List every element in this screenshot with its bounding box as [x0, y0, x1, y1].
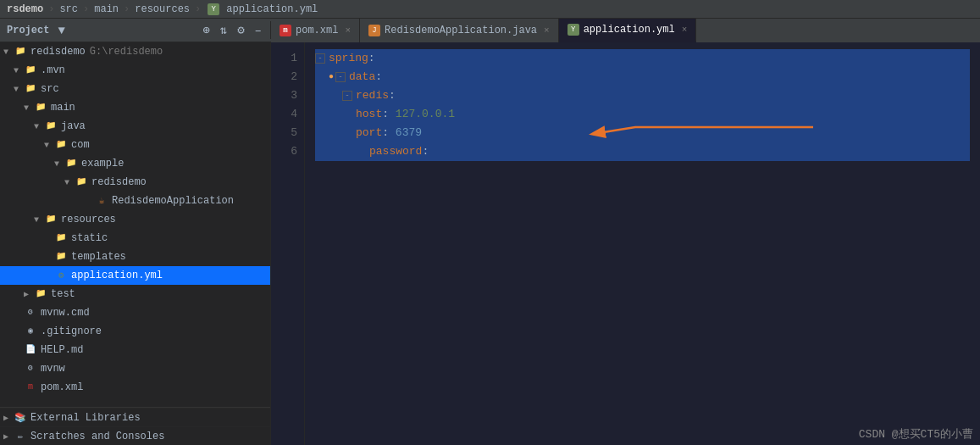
java-icon: J — [368, 25, 380, 36]
tab-pom-label: pom.xml — [296, 25, 338, 36]
key-data: data — [349, 68, 375, 86]
redisdemo-arrow: ▼ — [64, 178, 75, 187]
java-arrow: ▼ — [34, 122, 44, 131]
scratches-and-consoles[interactable]: ▶ ✏ Scratches and Consoles — [0, 426, 270, 445]
tab-yaml[interactable]: Y application.yml × — [559, 19, 697, 42]
toolbar: Project ▼ ⊕ ⇅ ⚙ – m pom.xml × J Redisdem… — [0, 19, 980, 42]
nav-bar: rsdemo › src › main › resources › Y appl… — [0, 0, 980, 19]
gitignore-icon: ◉ — [24, 325, 37, 337]
line-num-3: 3 — [281, 86, 297, 105]
fold-1[interactable]: - — [315, 53, 325, 64]
templates-icon: 📁 — [54, 251, 68, 263]
java-folder-icon: 📁 — [44, 120, 58, 132]
tree-com[interactable]: ▼ 📁 com — [0, 136, 270, 154]
tree-pomxml[interactable]: ▶ m pom.xml — [0, 378, 270, 397]
editor-area[interactable]: 1 2 3 4 5 6 - spring: ● - data: — [271, 42, 980, 445]
com-label: com — [71, 139, 90, 151]
code-line-3: - redis: — [315, 86, 970, 105]
yaml-icon: Y — [568, 24, 579, 36]
tree-mvn[interactable]: ▼ 📁 .mvn — [0, 61, 270, 80]
com-arrow: ▼ — [44, 141, 54, 150]
resources-icon: 📁 — [44, 214, 58, 225]
root-folder-icon: 📁 — [14, 46, 27, 58]
tree-root[interactable]: ▼ 📁 redisdemo G:\redisdemo — [0, 42, 270, 61]
tree-redisdemo[interactable]: ▼ 📁 redisdemo — [0, 173, 270, 192]
tree-appyml[interactable]: ▶ ⚙ application.yml — [0, 266, 270, 285]
tree-gitignore[interactable]: ▶ ◉ .gitignore — [0, 322, 270, 341]
nav-src: src — [59, 3, 78, 15]
yaml-close[interactable]: × — [682, 25, 688, 35]
root-path: G:\redisdemo — [90, 46, 163, 58]
line-numbers: 1 2 3 4 5 6 — [271, 42, 305, 445]
nav-project: rsdemo — [7, 3, 43, 15]
mvn-label: .mvn — [41, 64, 65, 76]
root-arrow: ▼ — [3, 47, 14, 57]
tree-mvnwcmd[interactable]: ▶ ⚙ mvnw.cmd — [0, 303, 270, 322]
sidebar-content: ▼ 📁 redisdemo G:\redisdemo ▼ 📁 .mvn ▼ 📁 … — [0, 42, 270, 407]
gitignore-label: .gitignore — [41, 325, 102, 337]
code-content[interactable]: - spring: ● - data: - redis: — [305, 42, 980, 445]
fold-2[interactable]: - — [335, 72, 346, 82]
example-icon: 📁 — [64, 158, 78, 170]
appyml-label: application.yml — [71, 270, 163, 281]
code-line-2: ● - data: — [315, 68, 970, 86]
project-dropdown-icon[interactable]: ▼ — [56, 22, 66, 39]
sidebar: ▼ 📁 redisdemo G:\redisdemo ▼ 📁 .mvn ▼ 📁 … — [0, 42, 271, 445]
pom-close[interactable]: × — [345, 25, 351, 36]
mvnwcmd-icon: ⚙ — [24, 307, 37, 319]
tree-resources[interactable]: ▼ 📁 resources — [0, 210, 270, 229]
fold-3[interactable]: - — [342, 91, 352, 101]
src-label: src — [41, 83, 59, 95]
tab-pom[interactable]: m pom.xml × — [271, 19, 360, 42]
java-close[interactable]: × — [544, 25, 550, 36]
tree-static[interactable]: ▶ 📁 static — [0, 229, 270, 248]
tree-help[interactable]: ▶ 📄 HELP.md — [0, 341, 270, 359]
line-num-4: 4 — [281, 105, 297, 124]
static-label: static — [71, 232, 108, 244]
val-port: 6379 — [389, 124, 422, 142]
tree-templates[interactable]: ▶ 📁 templates — [0, 248, 270, 266]
tab-yaml-label: application.yml — [584, 24, 675, 36]
tree-mvnw[interactable]: ▶ ⚙ mvnw — [0, 359, 270, 378]
add-btn[interactable]: ⊕ — [201, 21, 211, 39]
tree-example[interactable]: ▼ 📁 example — [0, 154, 270, 173]
data-bullet: ● — [329, 68, 334, 86]
example-label: example — [81, 158, 124, 170]
scratches-arrow: ▶ — [3, 431, 14, 442]
close-btn[interactable]: – — [253, 22, 263, 39]
code-line-4: host: 127.0.0.1 — [315, 105, 970, 124]
tree-java[interactable]: ▼ 📁 java — [0, 117, 270, 136]
root-label: redisdemo — [30, 46, 86, 58]
ext-libs-label: External Libraries — [30, 412, 141, 424]
mvnw-label: mvnw — [41, 363, 65, 375]
src-icon: 📁 — [24, 83, 37, 95]
code-line-1: - spring: — [315, 49, 970, 68]
tree-src[interactable]: ▼ 📁 src — [0, 80, 270, 98]
settings-btn[interactable]: ⚙ — [235, 21, 246, 39]
key-spring: spring — [329, 49, 368, 68]
tab-java[interactable]: J RedisdemoApplication.java × — [360, 19, 559, 42]
main-label: main — [51, 102, 75, 114]
tree-test[interactable]: ▶ 📁 test — [0, 285, 270, 303]
ext-libs-icon: 📚 — [14, 412, 27, 424]
key-host: host — [356, 105, 382, 124]
sync-btn[interactable]: ⇅ — [219, 21, 229, 39]
help-label: HELP.md — [41, 344, 83, 356]
tree-main[interactable]: ▼ 📁 main — [0, 98, 270, 117]
redisdemo-icon: 📁 — [75, 176, 88, 188]
resources-label: resources — [61, 214, 116, 225]
pomxml-label: pom.xml — [41, 381, 83, 393]
line-num-5: 5 — [281, 124, 297, 142]
java-label: java — [61, 120, 86, 132]
nav-yaml-icon: Y — [208, 3, 219, 15]
watermark: CSDN @想买CT5的小曹 — [859, 426, 973, 442]
key-port: port — [356, 124, 382, 142]
test-arrow: ▶ — [24, 289, 34, 299]
redisdemo-label: redisdemo — [91, 176, 147, 188]
test-icon: 📁 — [34, 288, 47, 300]
external-libraries[interactable]: ▶ 📚 External Libraries — [0, 408, 270, 426]
code-line-6: - password: — [315, 142, 970, 161]
mvn-arrow: ▼ — [14, 66, 24, 75]
appyml-icon: ⚙ — [54, 270, 68, 281]
tree-app[interactable]: ▶ ☕ RedisdemoApplication — [0, 192, 270, 210]
